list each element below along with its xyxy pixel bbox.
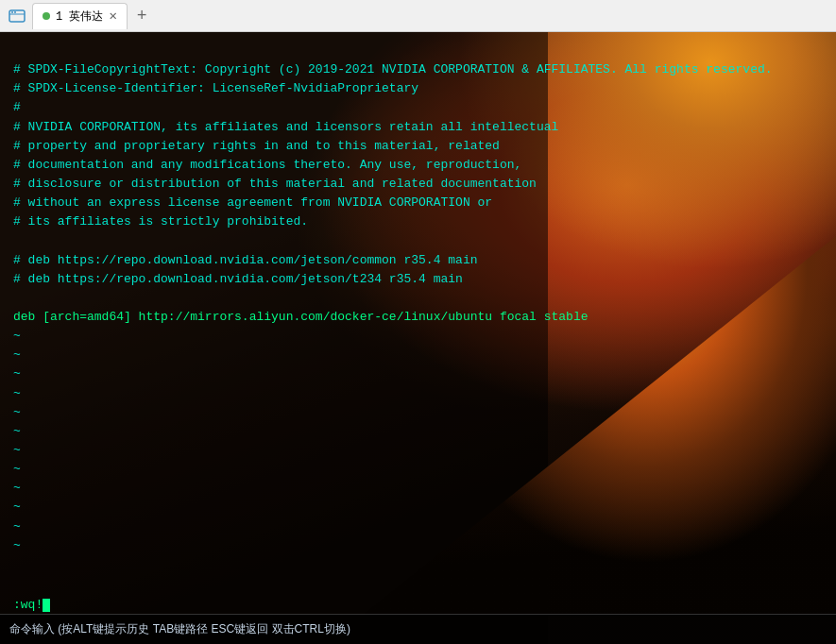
line-14: deb [arch=amd64] http://mirrors.aliyun.c… <box>13 310 589 324</box>
tab-status-dot <box>43 12 50 20</box>
cmd-text: :wq! <box>13 598 43 612</box>
line-17: ~ <box>13 366 21 381</box>
line-15: ~ <box>13 329 21 343</box>
line-2: # SPDX-License-Identifier: LicenseRef-Nv… <box>13 81 418 95</box>
active-tab[interactable]: 1 英伟达 ✕ <box>32 3 128 29</box>
line-16: ~ <box>13 347 21 362</box>
line-12: # deb https://repo.download.nvidia.com/j… <box>13 272 463 286</box>
line-20: ~ <box>13 424 21 438</box>
vim-command-line: :wq! <box>0 596 189 614</box>
app-icon <box>8 7 26 25</box>
line-24: ~ <box>13 500 21 514</box>
line-26: ~ <box>13 538 21 552</box>
line-23: ~ <box>13 481 21 495</box>
line-8: # without an express license agreement f… <box>13 195 492 210</box>
svg-point-3 <box>14 11 16 13</box>
line-18: ~ <box>13 386 21 400</box>
vim-cursor <box>43 599 50 612</box>
line-25: ~ <box>13 519 21 534</box>
line-19: ~ <box>13 405 21 419</box>
title-bar: 1 英伟达 ✕ + <box>0 0 836 32</box>
status-text: 命令输入 (按ALT键提示历史 TAB键路径 ESC键返回 双击CTRL切换) <box>9 621 350 637</box>
line-11: # deb https://repo.download.nvidia.com/j… <box>13 253 477 267</box>
line-22: ~ <box>13 462 21 476</box>
code-editor[interactable]: # SPDX-FileCopyrightText: Copyright (c) … <box>0 32 836 565</box>
line-3: # <box>13 100 21 114</box>
tab-container: 1 英伟达 ✕ + <box>32 3 828 29</box>
status-bar: 命令输入 (按ALT键提示历史 TAB键路径 ESC键返回 双击CTRL切换) <box>0 614 836 644</box>
tab-label: 1 英伟达 <box>56 8 103 25</box>
line-7: # disclosure or distribution of this mat… <box>13 177 537 191</box>
line-21: ~ <box>13 443 21 457</box>
line-4: # NVIDIA CORPORATION, its affiliates and… <box>13 120 558 134</box>
svg-point-2 <box>11 11 13 13</box>
line-6: # documentation and any modifications th… <box>13 158 521 172</box>
new-tab-button[interactable]: + <box>131 5 153 27</box>
tab-close-button[interactable]: ✕ <box>109 9 116 23</box>
line-5: # property and proprietary rights in and… <box>13 139 500 153</box>
line-9: # its affiliates is strictly prohibited. <box>13 214 308 229</box>
editor-area: # SPDX-FileCopyrightText: Copyright (c) … <box>0 32 836 644</box>
line-1: # SPDX-FileCopyrightText: Copyright (c) … <box>13 62 773 76</box>
